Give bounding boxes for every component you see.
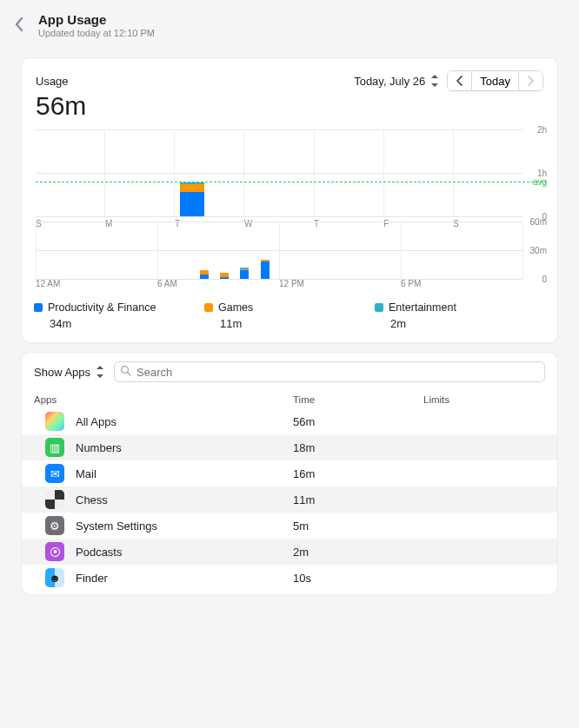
podcasts-icon: ⦿ <box>45 542 64 561</box>
app-name: Finder <box>76 572 293 585</box>
date-picker[interactable]: Today, July 26 <box>354 74 440 88</box>
app-row[interactable]: ▥Numbers18m <box>22 434 557 460</box>
date-picker-label: Today, July 26 <box>354 75 425 88</box>
app-time: 10s <box>293 572 423 585</box>
today-button[interactable]: Today <box>471 71 518 90</box>
filter-popup[interactable]: Show Apps <box>34 365 105 379</box>
app-time: 5m <box>293 520 423 533</box>
legend-value: 34m <box>50 317 204 330</box>
day-ytick: 60m <box>530 217 547 227</box>
app-row[interactable]: ☻Finder10s <box>22 565 557 591</box>
legend-value: 11m <box>220 317 375 330</box>
legend-value: 2m <box>390 317 545 330</box>
search-icon <box>120 365 131 379</box>
app-name: Numbers <box>76 441 293 454</box>
day-ytick: 0 <box>542 275 547 284</box>
th-limits: Limits <box>423 394 545 405</box>
week-chart: 2h 1h 0 avg SMTWTFS <box>36 129 547 216</box>
app-row[interactable]: ✉Mail16m <box>22 460 557 486</box>
day-ytick: 30m <box>530 246 547 255</box>
mail-icon: ✉ <box>45 464 64 483</box>
numbers-icon: ▥ <box>45 438 64 457</box>
next-day-button[interactable] <box>518 71 542 90</box>
usage-label: Usage <box>36 75 354 88</box>
legend-name: Games <box>218 301 253 314</box>
app-row[interactable]: Chess11m <box>22 486 557 513</box>
updown-icon <box>94 365 105 379</box>
app-row[interactable]: ⦿Podcasts2m <box>22 539 557 565</box>
day-xtick: 6 AM <box>157 279 177 288</box>
settings-icon: ⚙ <box>45 516 64 535</box>
back-button[interactable] <box>10 13 28 38</box>
app-time: 11m <box>293 493 423 506</box>
app-time: 18m <box>293 441 423 454</box>
legend-dot <box>204 303 213 312</box>
app-time: 16m <box>293 467 423 480</box>
filter-label: Show Apps <box>34 366 90 379</box>
legend-name: Entertainment <box>389 301 456 314</box>
app-row[interactable]: ⚙System Settings5m <box>22 513 557 539</box>
day-chart: 60m 30m 0 12 AM6 AM12 PM6 PM <box>36 222 547 279</box>
chess-icon <box>45 490 64 509</box>
legend-name: Productivity & Finance <box>48 301 156 314</box>
prev-day-button[interactable] <box>448 71 471 90</box>
app-name: Podcasts <box>76 546 293 559</box>
updown-icon <box>429 74 440 88</box>
app-name: System Settings <box>76 520 293 533</box>
finder-icon: ☻ <box>45 568 64 587</box>
svg-line-1 <box>128 373 130 375</box>
week-ytick: 2h <box>537 125 547 135</box>
app-time: 2m <box>293 546 423 559</box>
app-name: Mail <box>76 467 293 480</box>
app-name: All Apps <box>76 415 293 428</box>
day-xtick: 6 PM <box>401 279 421 288</box>
app-name: Chess <box>76 493 293 506</box>
page-subtitle: Updated today at 12:10 PM <box>38 28 155 38</box>
usage-total: 56m <box>22 91 557 129</box>
legend-dot <box>34 303 43 312</box>
th-time: Time <box>293 394 423 405</box>
avg-label: avg <box>533 177 547 187</box>
app-row[interactable]: All Apps56m <box>22 408 557 434</box>
search-field[interactable] <box>114 361 545 382</box>
day-xtick: 12 AM <box>36 279 60 288</box>
legend-dot <box>375 303 383 312</box>
app-time: 56m <box>293 415 423 428</box>
all-icon <box>45 412 64 431</box>
search-input[interactable] <box>136 366 539 379</box>
page-title: App Usage <box>38 12 155 27</box>
day-xtick: 12 PM <box>279 279 304 288</box>
th-apps: Apps <box>34 394 293 405</box>
